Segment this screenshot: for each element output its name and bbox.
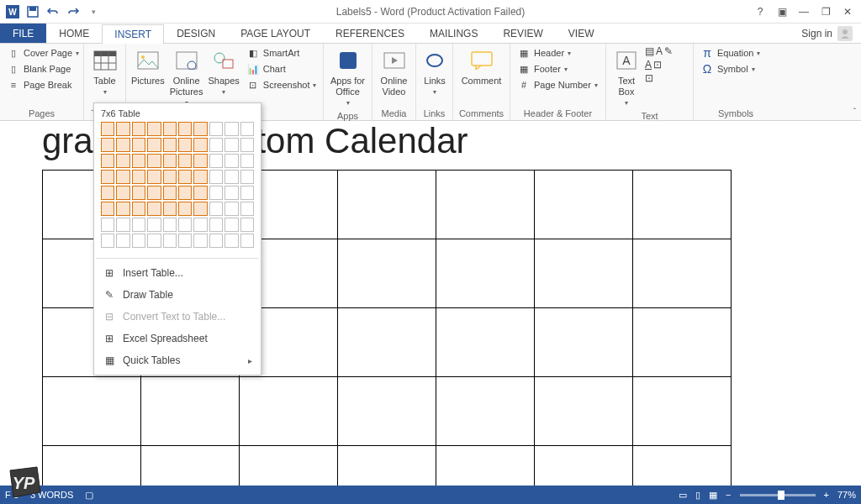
redo-icon[interactable] (64, 3, 82, 21)
tab-review[interactable]: REVIEW (490, 24, 555, 43)
smartart-button[interactable]: ◧SmartArt (243, 45, 320, 60)
restore-icon[interactable]: ❐ (816, 3, 836, 21)
menu-item-quick[interactable]: ▦Quick Tables▸ (94, 349, 261, 371)
table-grid-cell[interactable] (101, 170, 114, 184)
close-icon[interactable]: ✕ (837, 3, 858, 21)
table-grid-cell[interactable] (101, 218, 114, 232)
table-grid-cell[interactable] (178, 154, 192, 168)
table-grid-cell[interactable] (147, 234, 161, 248)
table-grid-cell[interactable] (224, 202, 238, 216)
table-cell[interactable] (338, 308, 436, 377)
table-grid-cell[interactable] (178, 202, 192, 216)
read-mode-icon[interactable]: ▭ (679, 490, 687, 501)
table-grid-cell[interactable] (209, 234, 223, 248)
pictures-button[interactable]: Pictures (129, 45, 166, 88)
table-grid-cell[interactable] (116, 138, 129, 152)
table-grid-cell[interactable] (224, 234, 238, 248)
tab-file[interactable]: FILE (0, 24, 46, 43)
table-grid-cell[interactable] (209, 154, 223, 168)
zoom-slider[interactable] (740, 494, 816, 496)
zoom-out-icon[interactable]: − (726, 490, 731, 500)
table-cell[interactable] (633, 308, 732, 377)
table-grid-cell[interactable] (240, 234, 254, 248)
table-grid-cell[interactable] (209, 186, 223, 200)
online-video-button[interactable]: Online Video (376, 45, 412, 99)
table-grid-cell[interactable] (178, 122, 192, 136)
chart-button[interactable]: 📊Chart (243, 61, 320, 76)
web-layout-icon[interactable]: ▦ (709, 490, 717, 501)
table-grid-cell[interactable] (101, 138, 114, 152)
table-cell[interactable] (338, 446, 436, 486)
minimize-icon[interactable]: — (794, 3, 814, 21)
table-cell[interactable] (338, 171, 436, 239)
table-grid-cell[interactable] (116, 186, 129, 200)
table-grid-cell[interactable] (147, 154, 161, 168)
save-icon[interactable] (24, 3, 42, 21)
table-grid-cell[interactable] (193, 234, 207, 248)
table-cell[interactable] (535, 239, 633, 308)
table-grid-cell[interactable] (193, 138, 207, 152)
table-cell[interactable] (633, 446, 732, 486)
table-cell[interactable] (436, 239, 535, 308)
table-cell[interactable] (436, 377, 535, 446)
table-grid-cell[interactable] (116, 234, 129, 248)
table-grid-cell[interactable] (147, 138, 161, 152)
table-grid-cell[interactable] (193, 202, 207, 216)
table-grid-cell[interactable] (224, 154, 238, 168)
equation-button[interactable]: πEquation▾ (697, 45, 763, 60)
cover-page-button[interactable]: ▯Cover Page▾ (3, 45, 82, 60)
table-grid-cell[interactable] (240, 122, 254, 136)
table-grid-cell[interactable] (224, 186, 238, 200)
table-grid-cell[interactable] (132, 186, 145, 200)
table-grid-cell[interactable] (147, 186, 161, 200)
table-grid-cell[interactable] (224, 122, 238, 136)
table-grid-cell[interactable] (163, 170, 177, 184)
table-grid-cell[interactable] (132, 154, 145, 168)
table-grid-cell[interactable] (163, 234, 177, 248)
table-grid-cell[interactable] (240, 202, 254, 216)
zoom-in-icon[interactable]: + (824, 490, 829, 500)
table-cell[interactable] (436, 171, 535, 239)
table-grid-cell[interactable] (116, 202, 129, 216)
table-grid-cell[interactable] (101, 154, 114, 168)
print-layout-icon[interactable]: ▯ (695, 490, 700, 501)
object-icon[interactable]: ⊡ (645, 72, 653, 84)
table-grid-cell[interactable] (101, 122, 114, 136)
ribbon-display-icon[interactable]: ▣ (772, 3, 792, 21)
table-grid-cell[interactable] (163, 218, 177, 232)
table-cell[interactable] (436, 446, 535, 486)
help-icon[interactable]: ? (750, 3, 770, 21)
table-cell[interactable] (338, 239, 436, 308)
table-grid-cell[interactable] (147, 202, 161, 216)
table-grid-cell[interactable] (209, 138, 223, 152)
quick-parts-icon[interactable]: ▤ (645, 45, 654, 57)
table-grid-cell[interactable] (178, 170, 192, 184)
table-grid-cell[interactable] (224, 138, 238, 152)
table-grid-cell[interactable] (163, 138, 177, 152)
table-cell[interactable] (633, 171, 732, 239)
table-cell[interactable] (141, 446, 240, 486)
table-cell[interactable] (240, 446, 338, 486)
wordart-icon[interactable]: A (656, 45, 663, 57)
table-cell[interactable] (43, 377, 141, 446)
table-cell[interactable] (141, 377, 240, 446)
tab-view[interactable]: VIEW (556, 24, 607, 43)
table-grid-cell[interactable] (178, 234, 192, 248)
table-grid-cell[interactable] (240, 170, 254, 184)
table-cell[interactable] (535, 377, 633, 446)
table-grid-cell[interactable] (101, 186, 114, 200)
table-grid-cell[interactable] (193, 122, 207, 136)
header-button[interactable]: ▦Header▾ (514, 45, 601, 60)
table-cell[interactable] (240, 377, 338, 446)
word-app-icon[interactable]: W (3, 3, 22, 21)
table-grid-cell[interactable] (147, 122, 161, 136)
table-grid-cell[interactable] (209, 202, 223, 216)
table-grid-cell[interactable] (163, 154, 177, 168)
footer-button[interactable]: ▦Footer▾ (514, 61, 601, 76)
online-pictures-button[interactable]: Online Pictures▾ (168, 45, 205, 109)
page-break-button[interactable]: ≡Page Break (3, 77, 82, 92)
table-grid-cell[interactable] (132, 170, 145, 184)
table-grid-cell[interactable] (193, 186, 207, 200)
tab-references[interactable]: REFERENCES (323, 24, 417, 43)
table-grid-cell[interactable] (209, 122, 223, 136)
